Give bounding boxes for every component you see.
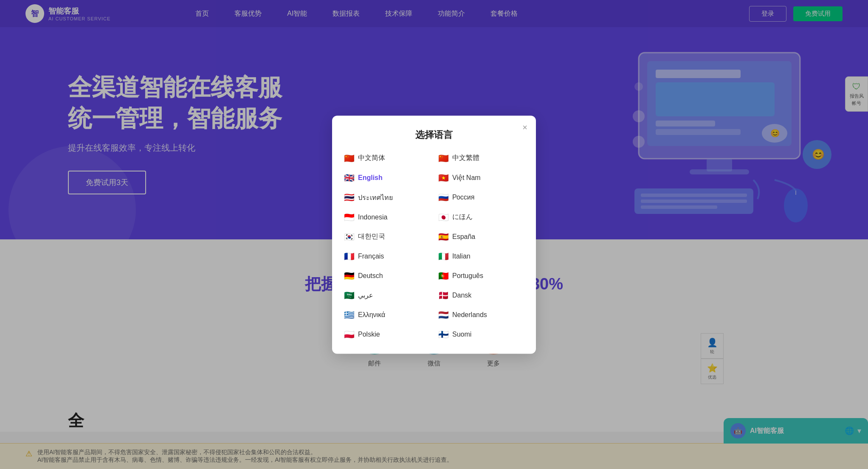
modal-title: 选择语言 bbox=[344, 128, 524, 141]
flag-icon-19: 🇫🇮 bbox=[438, 329, 449, 339]
flag-icon-3: 🇻🇳 bbox=[438, 172, 449, 183]
lang-name-0: 中文简体 bbox=[358, 154, 385, 163]
lang-item-5[interactable]: 🇷🇺Россия bbox=[438, 190, 524, 204]
flag-icon-13: 🇵🇹 bbox=[438, 270, 449, 281]
flag-icon-16: 🇬🇷 bbox=[344, 309, 355, 320]
lang-name-16: Ελληνικά bbox=[358, 311, 385, 318]
lang-item-6[interactable]: 🇮🇩Indonesia bbox=[344, 210, 430, 224]
lang-item-13[interactable]: 🇵🇹Português bbox=[438, 269, 524, 282]
lang-name-4: ประเทศไทย bbox=[358, 192, 393, 202]
lang-item-19[interactable]: 🇫🇮Suomi bbox=[438, 327, 524, 341]
flag-icon-1: 🇨🇳 bbox=[438, 153, 449, 163]
lang-name-1: 中文繁體 bbox=[452, 154, 479, 163]
flag-icon-6: 🇮🇩 bbox=[344, 212, 355, 222]
lang-item-16[interactable]: 🇬🇷Ελληνικά bbox=[344, 308, 430, 321]
flag-icon-5: 🇷🇺 bbox=[438, 192, 449, 202]
lang-name-6: Indonesia bbox=[358, 213, 387, 221]
flag-icon-18: 🇵🇱 bbox=[344, 329, 355, 339]
lang-name-2: English bbox=[358, 174, 383, 181]
lang-name-8: 대한민국 bbox=[358, 232, 385, 241]
language-grid: 🇨🇳中文简体🇨🇳中文繁體🇬🇧English🇻🇳Việt Nam🇹🇭ประเทศไ… bbox=[344, 151, 524, 341]
lang-name-18: Polskie bbox=[358, 330, 380, 338]
lang-item-1[interactable]: 🇨🇳中文繁體 bbox=[438, 151, 524, 165]
language-modal: × 选择语言 🇨🇳中文简体🇨🇳中文繁體🇬🇧English🇻🇳Việt Nam🇹🇭… bbox=[332, 115, 536, 354]
lang-item-2[interactable]: 🇬🇧English bbox=[344, 171, 430, 184]
lang-item-0[interactable]: 🇨🇳中文简体 bbox=[344, 151, 430, 165]
lang-name-14: عربي bbox=[358, 291, 373, 299]
flag-icon-14: 🇸🇦 bbox=[344, 290, 355, 300]
lang-name-3: Việt Nam bbox=[452, 174, 481, 182]
flag-icon-17: 🇳🇱 bbox=[438, 309, 449, 320]
lang-item-15[interactable]: 🇩🇰Dansk bbox=[438, 288, 524, 302]
lang-name-7: にほん bbox=[452, 213, 473, 222]
lang-name-10: Français bbox=[358, 252, 384, 260]
flag-icon-0: 🇨🇳 bbox=[344, 153, 355, 163]
lang-name-15: Dansk bbox=[452, 291, 471, 299]
lang-name-17: Nederlands bbox=[452, 311, 487, 318]
lang-item-9[interactable]: 🇪🇸España bbox=[438, 230, 524, 243]
flag-icon-9: 🇪🇸 bbox=[438, 231, 449, 242]
lang-item-12[interactable]: 🇩🇪Deutsch bbox=[344, 269, 430, 282]
lang-name-13: Português bbox=[452, 272, 483, 279]
lang-name-19: Suomi bbox=[452, 330, 471, 338]
lang-item-14[interactable]: 🇸🇦عربي bbox=[344, 288, 430, 302]
lang-item-4[interactable]: 🇹🇭ประเทศไทย bbox=[344, 190, 430, 204]
lang-name-9: España bbox=[452, 233, 475, 240]
flag-icon-12: 🇩🇪 bbox=[344, 270, 355, 281]
flag-icon-4: 🇹🇭 bbox=[344, 192, 355, 202]
lang-name-11: Italian bbox=[452, 252, 471, 260]
lang-item-7[interactable]: 🇯🇵にほん bbox=[438, 210, 524, 224]
lang-item-18[interactable]: 🇵🇱Polskie bbox=[344, 327, 430, 341]
lang-item-8[interactable]: 🇰🇷대한민국 bbox=[344, 230, 430, 243]
flag-icon-7: 🇯🇵 bbox=[438, 212, 449, 222]
lang-item-11[interactable]: 🇮🇹Italian bbox=[438, 249, 524, 263]
lang-name-12: Deutsch bbox=[358, 272, 383, 279]
lang-item-10[interactable]: 🇫🇷Français bbox=[344, 249, 430, 263]
lang-item-3[interactable]: 🇻🇳Việt Nam bbox=[438, 171, 524, 184]
flag-icon-11: 🇮🇹 bbox=[438, 251, 449, 261]
flag-icon-2: 🇬🇧 bbox=[344, 172, 355, 183]
flag-icon-15: 🇩🇰 bbox=[438, 290, 449, 300]
lang-item-17[interactable]: 🇳🇱Nederlands bbox=[438, 308, 524, 321]
flag-icon-8: 🇰🇷 bbox=[344, 231, 355, 242]
modal-close-button[interactable]: × bbox=[522, 122, 527, 132]
flag-icon-10: 🇫🇷 bbox=[344, 251, 355, 261]
lang-name-5: Россия bbox=[452, 194, 474, 201]
